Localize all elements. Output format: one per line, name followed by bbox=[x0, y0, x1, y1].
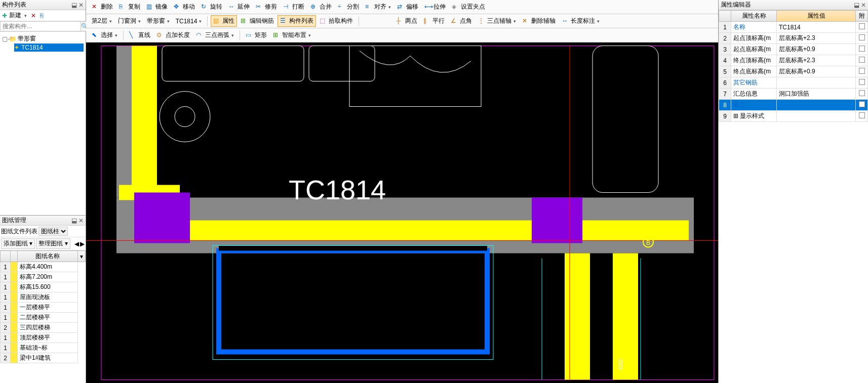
search-input[interactable] bbox=[0, 21, 81, 31]
delete-button[interactable]: 删除 bbox=[89, 1, 115, 13]
layer-select[interactable]: 第2层▾ bbox=[89, 15, 114, 27]
copy-component-icon[interactable]: ⎘ bbox=[40, 12, 44, 19]
two-point-button[interactable]: 两点 bbox=[393, 15, 420, 27]
delete-aux-button[interactable]: 删除辅轴 bbox=[520, 15, 558, 27]
svg-point-22 bbox=[175, 107, 195, 127]
property-row[interactable]: 6 其它钢筋 bbox=[719, 77, 868, 89]
drawing-row[interactable]: 2梁中1#建筑 bbox=[1, 353, 86, 363]
drawing-row[interactable]: 1标高15.600 bbox=[1, 282, 86, 292]
tree-root-strip-window[interactable]: ▢− 📁 带形窗 bbox=[2, 34, 84, 44]
property-row[interactable]: 2 起点顶标高(m 层底标高+2.3 bbox=[719, 33, 868, 44]
drawing-row[interactable]: 1二层楼梯平 bbox=[1, 313, 86, 323]
property-row[interactable]: 3 起点底标高(m 层底标高+0.9 bbox=[719, 44, 868, 55]
edit-rebar-button[interactable]: 编辑钢筋 bbox=[238, 15, 277, 27]
parallel-button[interactable]: 平行 bbox=[421, 15, 447, 27]
drawing-row[interactable]: 2三四层楼梯 bbox=[1, 323, 86, 333]
pick-component-button[interactable]: 拾取构件 bbox=[317, 15, 356, 27]
drawing-filter-select[interactable]: 图纸柱 bbox=[38, 227, 68, 236]
prop-name-header: 属性名称 bbox=[731, 11, 777, 22]
cad-canvas[interactable]: B 020 TC1814 bbox=[86, 42, 718, 383]
svg-rect-2 bbox=[116, 46, 132, 198]
organize-drawing-button[interactable]: 整理图纸 ▾ bbox=[36, 238, 70, 249]
merge-button[interactable]: 合并 bbox=[308, 1, 334, 13]
component-list-header: 构件列表 ⬓ ✕ bbox=[0, 0, 86, 10]
extend-button[interactable]: 延伸 bbox=[226, 1, 252, 13]
smart-layout-tool[interactable]: 智能布置▾ bbox=[270, 29, 313, 41]
prop-attach-header: 附 bbox=[856, 11, 868, 22]
door-select[interactable]: 门窗洞▾ bbox=[115, 15, 143, 27]
property-row[interactable]: 7 汇总信息 洞口加强筋 bbox=[719, 89, 868, 100]
break-button[interactable]: 打断 bbox=[281, 1, 307, 13]
toolbar-draw: 选择▾ 直线 点加长度 三点画弧▾ 矩形 智能布置▾ bbox=[86, 28, 718, 42]
arc-tool[interactable]: 三点画弧▾ bbox=[193, 29, 236, 41]
svg-rect-20 bbox=[309, 46, 375, 81]
canvas-label: TC1814 bbox=[289, 174, 386, 205]
svg-rect-15 bbox=[219, 246, 487, 251]
angle-button[interactable]: 点角 bbox=[448, 15, 475, 27]
svg-rect-9 bbox=[613, 253, 638, 380]
dimension-button[interactable]: 长度标注▾ bbox=[559, 15, 602, 27]
toolbar-edit: 删除 复制 镜像 移动 旋转 延伸 修剪 打断 合并 分割 对齐▾ 偏移 拉伸 … bbox=[86, 0, 718, 14]
property-row[interactable]: 9 ⊞ 显示样式 bbox=[719, 111, 868, 122]
component-list-button[interactable]: 构件列表 bbox=[278, 15, 316, 27]
property-row[interactable]: 4 终点顶标高(m 层底标高+2.3 bbox=[719, 55, 868, 66]
copy-button[interactable]: 复制 bbox=[116, 1, 143, 13]
stretch-button[interactable]: 拉伸 bbox=[422, 1, 448, 13]
three-aux-button[interactable]: 三点辅轴▾ bbox=[476, 15, 519, 27]
align-button[interactable]: 对齐▾ bbox=[363, 1, 393, 13]
toolbar-context: 第2层▾ 门窗洞▾ 带形窗▾ TC1814▾ 属性 编辑钢筋 构件列表 拾取构件… bbox=[86, 14, 718, 28]
new-button[interactable]: 新建 bbox=[9, 11, 21, 20]
drawing-row[interactable]: 1屋面现浇板 bbox=[1, 292, 86, 303]
drawing-nav-left-icon[interactable]: ◀ bbox=[74, 240, 79, 247]
rotate-button[interactable]: 旋转 bbox=[199, 1, 225, 13]
svg-rect-8 bbox=[565, 253, 590, 380]
drawing-row[interactable]: 1基础顶~标 bbox=[1, 343, 86, 353]
drawing-row[interactable]: 1顶层楼梯平 bbox=[1, 333, 86, 343]
rect-tool[interactable]: 矩形 bbox=[243, 29, 269, 41]
drawing-file-list-label: 图纸文件列表 bbox=[1, 227, 37, 236]
svg-point-21 bbox=[160, 92, 210, 142]
svg-rect-10 bbox=[134, 193, 190, 243]
property-panel-header: 属性编辑器 ⬓ ✕ bbox=[719, 0, 868, 10]
svg-rect-14 bbox=[219, 251, 487, 352]
offset-button[interactable]: 偏移 bbox=[394, 1, 421, 13]
drawing-name-header: 图纸名称 bbox=[18, 251, 78, 262]
property-row[interactable]: 8 备注 bbox=[719, 100, 868, 111]
svg-rect-11 bbox=[532, 198, 582, 243]
svg-rect-16 bbox=[213, 246, 493, 360]
property-button[interactable]: 属性 bbox=[211, 15, 237, 27]
grip-button[interactable]: 设置夹点 bbox=[449, 1, 488, 13]
prop-value-header[interactable]: 属性值 bbox=[777, 11, 856, 22]
drawing-row[interactable]: 1标高7.200m bbox=[1, 272, 86, 282]
move-button[interactable]: 移动 bbox=[171, 1, 198, 13]
drawing-row[interactable]: 1一层楼梯平 bbox=[1, 303, 86, 313]
svg-rect-19 bbox=[162, 46, 304, 81]
strip-select[interactable]: 带形窗▾ bbox=[144, 15, 172, 27]
tree-item-tc1814[interactable]: ✦ TC1814 bbox=[14, 44, 84, 52]
panel-pin-icon[interactable]: ⬓ ✕ bbox=[71, 2, 84, 9]
svg-text:B: B bbox=[646, 239, 650, 246]
new-icon: ✚ bbox=[2, 12, 7, 19]
drawing-panel-header: 图纸管理 ⬓ ✕ bbox=[0, 216, 86, 226]
property-row[interactable]: 1 名称 TC1814 bbox=[719, 22, 868, 33]
code-select[interactable]: TC1814▾ bbox=[173, 16, 205, 26]
property-row[interactable]: 5 终点底标高(m 层底标高+0.9 bbox=[719, 66, 868, 77]
svg-rect-5 bbox=[182, 221, 557, 241]
split-button[interactable]: 分割 bbox=[335, 1, 362, 13]
delete-component-icon[interactable]: ✕ bbox=[31, 12, 36, 19]
drawing-row[interactable]: 1标高4.400m bbox=[1, 262, 86, 272]
property-panel-close-icon[interactable]: ⬓ ✕ bbox=[854, 2, 866, 9]
drawing-nav-right-icon[interactable]: ▶ bbox=[80, 240, 85, 247]
mirror-button[interactable]: 镜像 bbox=[144, 1, 170, 13]
point-tool[interactable]: 点加长度 bbox=[154, 29, 192, 41]
line-tool[interactable]: 直线 bbox=[127, 29, 153, 41]
select-tool[interactable]: 选择▾ bbox=[89, 29, 120, 41]
dim-label: 020 bbox=[617, 359, 624, 369]
svg-rect-24 bbox=[593, 46, 658, 193]
svg-rect-23 bbox=[349, 46, 481, 107]
add-drawing-button[interactable]: 添加图纸 ▾ bbox=[1, 238, 35, 249]
svg-rect-3 bbox=[132, 46, 157, 198]
trim-button[interactable]: 修剪 bbox=[253, 1, 280, 13]
drawing-panel-close-icon[interactable]: ⬓ ✕ bbox=[71, 217, 84, 224]
